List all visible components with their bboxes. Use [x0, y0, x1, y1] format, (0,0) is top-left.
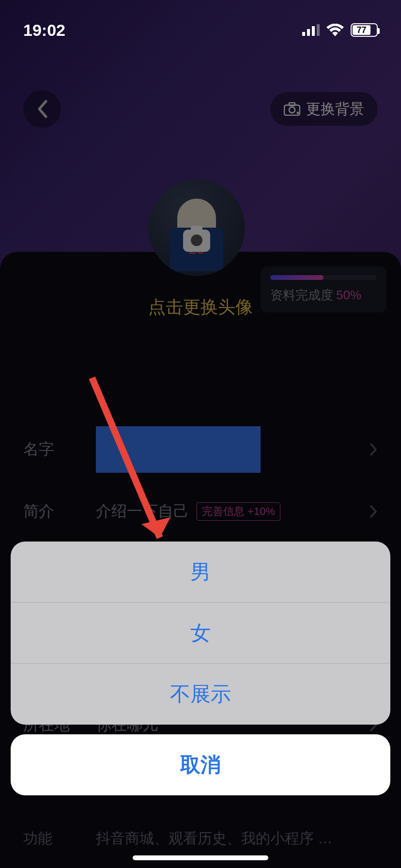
sheet-cancel-button[interactable]: 取消: [11, 734, 390, 795]
sheet-option-hide[interactable]: 不展示: [11, 664, 390, 725]
home-indicator[interactable]: [133, 855, 268, 860]
sheet-option-female[interactable]: 女: [11, 603, 390, 664]
sheet-option-male[interactable]: 男: [11, 542, 390, 603]
gender-action-sheet: 男 女 不展示 取消: [11, 542, 390, 868]
sheet-options: 男 女 不展示: [11, 542, 390, 725]
